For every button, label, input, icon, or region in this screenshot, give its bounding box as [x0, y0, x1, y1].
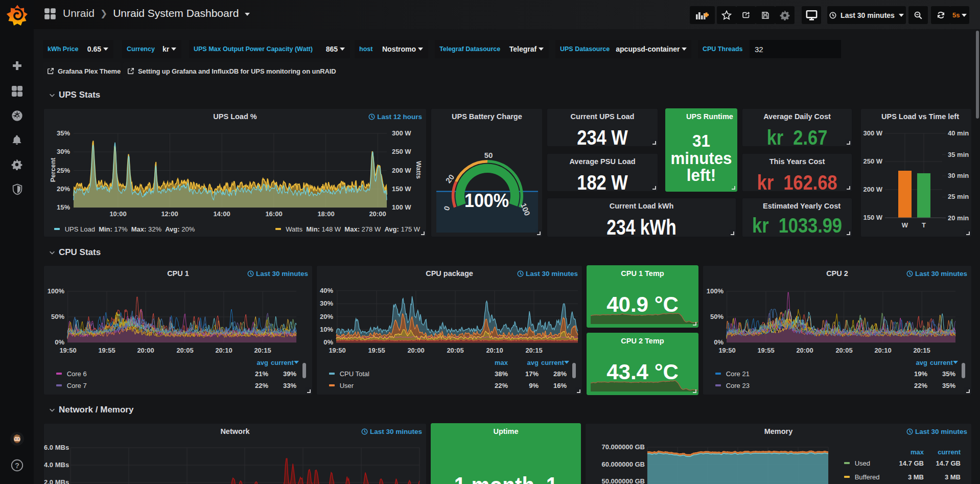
svg-text:?: ?: [15, 462, 19, 470]
